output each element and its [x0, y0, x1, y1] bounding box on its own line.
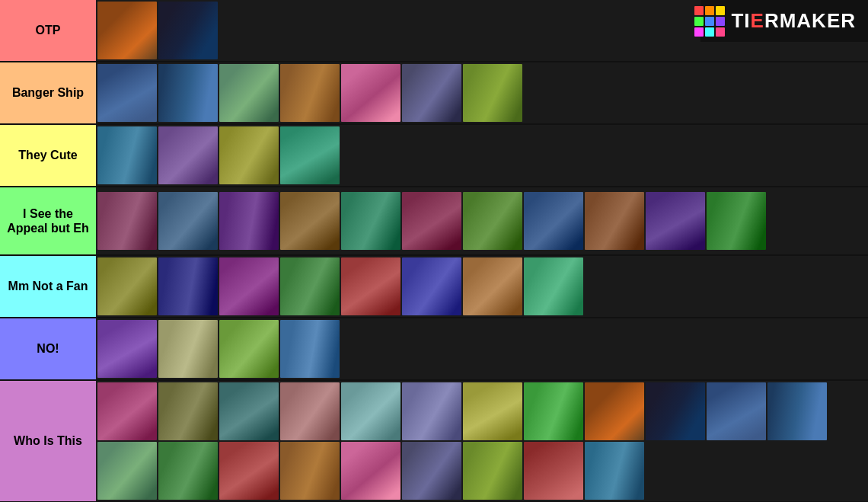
tier-image[interactable]: [463, 442, 522, 500]
tier-images-cute: [96, 125, 868, 186]
tier-image[interactable]: [158, 320, 218, 378]
tier-row-appeal: I See the Appeal but Eh: [0, 187, 868, 256]
tier-row-notfan: Mm Not a Fan: [0, 256, 868, 318]
tier-image[interactable]: [524, 192, 583, 250]
logo-cell-9: [716, 27, 725, 37]
logo-cell-8: [705, 27, 714, 37]
tier-image[interactable]: [280, 382, 340, 440]
tier-image[interactable]: [341, 257, 400, 315]
tier-image[interactable]: [280, 442, 340, 500]
tier-image[interactable]: [402, 382, 461, 440]
logo-cell-7: [694, 27, 704, 37]
tier-image[interactable]: [97, 382, 157, 440]
tier-image[interactable]: [97, 126, 157, 184]
tier-image[interactable]: [158, 2, 218, 59]
header: TiERMAKER: [700, 0, 868, 42]
tier-image[interactable]: [158, 126, 218, 184]
tier-image[interactable]: [158, 64, 218, 122]
logo-cell-5: [705, 17, 714, 26]
tier-image[interactable]: [463, 64, 522, 122]
tier-image[interactable]: [219, 64, 279, 122]
tier-row-cute: They Cute: [0, 125, 868, 187]
tier-label-banger: Banger Ship: [0, 62, 96, 123]
tier-image[interactable]: [219, 442, 279, 500]
tier-images-banger: [96, 62, 868, 123]
tier-image[interactable]: [97, 320, 157, 378]
tier-image[interactable]: [524, 257, 583, 315]
logo-cell-6: [716, 17, 725, 26]
tier-image[interactable]: [524, 382, 583, 440]
tier-image[interactable]: [585, 442, 644, 500]
tier-image[interactable]: [158, 442, 218, 500]
tier-image[interactable]: [280, 64, 340, 122]
tier-label-notfan: Mm Not a Fan: [0, 256, 96, 317]
tier-row-no: NO!: [0, 318, 868, 381]
logo-maker: RMAKER: [764, 9, 856, 32]
tier-image[interactable]: [402, 64, 461, 122]
tier-image[interactable]: [463, 382, 522, 440]
tier-image[interactable]: [97, 64, 157, 122]
tier-image[interactable]: [402, 442, 461, 500]
logo-grid-icon: [694, 6, 725, 37]
tier-image[interactable]: [341, 64, 400, 122]
tier-image[interactable]: [219, 320, 279, 378]
tier-image[interactable]: [158, 192, 218, 250]
tier-image[interactable]: [585, 382, 644, 440]
tier-image[interactable]: [341, 192, 400, 250]
tier-image[interactable]: [219, 192, 279, 250]
tier-row-banger: Banger Ship: [0, 62, 868, 125]
tier-image[interactable]: [97, 442, 157, 500]
tier-image[interactable]: [524, 442, 583, 500]
tier-image[interactable]: [341, 382, 400, 440]
logo-cell-3: [716, 6, 725, 15]
tier-row-who: Who Is This: [0, 381, 868, 502]
tier-images-no: [96, 318, 868, 379]
logo-cell-1: [694, 6, 704, 15]
tier-images-appeal: [96, 187, 868, 254]
tier-image[interactable]: [219, 257, 279, 315]
tier-image[interactable]: [402, 257, 461, 315]
tier-image[interactable]: [280, 257, 340, 315]
tier-image[interactable]: [707, 382, 766, 440]
logo-e: E: [751, 9, 764, 32]
logo-cell-2: [705, 6, 714, 15]
tier-image[interactable]: [158, 382, 218, 440]
tier-image[interactable]: [585, 192, 644, 250]
tier-list: OTP Banger Ship They Cute: [0, 0, 868, 502]
tier-image[interactable]: [158, 257, 218, 315]
tier-image[interactable]: [280, 126, 340, 184]
tier-image[interactable]: [341, 442, 400, 500]
logo-tier: Ti: [731, 9, 750, 32]
tier-image[interactable]: [97, 192, 157, 250]
tier-label-who: Who Is This: [0, 381, 96, 501]
tier-image[interactable]: [280, 192, 340, 250]
tier-label-otp: OTP: [0, 0, 96, 61]
tier-image[interactable]: [280, 320, 340, 378]
tier-image[interactable]: [219, 382, 279, 440]
tier-image[interactable]: [97, 257, 157, 315]
tier-image[interactable]: [463, 257, 522, 315]
tiermaker-logo: TiERMAKER: [694, 6, 856, 37]
tier-label-appeal: I See the Appeal but Eh: [0, 187, 96, 254]
tier-image[interactable]: [767, 382, 827, 440]
tier-image[interactable]: [646, 382, 705, 440]
tier-image[interactable]: [402, 192, 461, 250]
tier-label-no: NO!: [0, 318, 96, 379]
tier-label-cute: They Cute: [0, 125, 96, 186]
tier-image[interactable]: [707, 192, 766, 250]
logo-text: TiERMAKER: [731, 9, 856, 33]
logo-cell-4: [694, 17, 704, 26]
tier-images-who: [96, 381, 868, 501]
tier-image[interactable]: [219, 126, 279, 184]
tier-image[interactable]: [97, 2, 157, 59]
app-container: TiERMAKER OTP Banger Ship: [0, 0, 868, 502]
tier-image[interactable]: [463, 192, 522, 250]
tier-image[interactable]: [646, 192, 705, 250]
tier-images-notfan: [96, 256, 868, 317]
